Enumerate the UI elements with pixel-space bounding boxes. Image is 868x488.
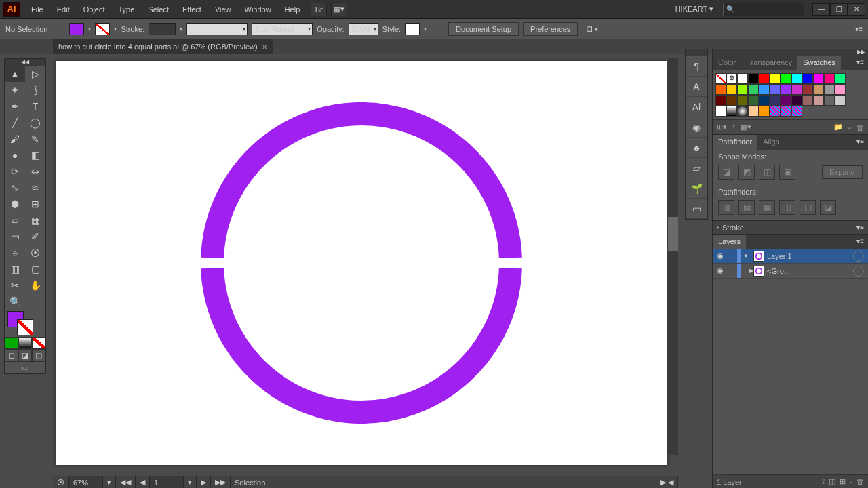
menu-select[interactable]: Select bbox=[141, 1, 176, 18]
zoom-tool-icon[interactable]: 🔍 bbox=[5, 293, 25, 310]
stroke-swatch[interactable] bbox=[95, 23, 110, 35]
swatch-cell[interactable] bbox=[759, 106, 770, 117]
intersect-icon[interactable]: ◫ bbox=[759, 165, 775, 180]
dock-brushes-icon[interactable]: ▭ bbox=[686, 199, 707, 219]
expand-button[interactable]: Expand bbox=[822, 165, 863, 179]
zoom-out-icon[interactable]: ⦿ bbox=[53, 476, 69, 488]
reflect-tool-icon[interactable]: ⇔ bbox=[25, 163, 45, 180]
swatch-cell[interactable] bbox=[824, 95, 835, 106]
layer-name[interactable]: Layer 1 bbox=[767, 252, 792, 260]
swatch-cell[interactable] bbox=[715, 106, 726, 117]
align-icon[interactable]: ⛋▾ bbox=[586, 24, 598, 34]
dock-appearance-icon[interactable]: ◉ bbox=[686, 117, 707, 138]
graphic-style-swatch[interactable] bbox=[405, 23, 420, 35]
bridge-icon[interactable]: Br bbox=[311, 3, 327, 16]
artboard-prev-icon[interactable]: ◀◀ bbox=[116, 476, 136, 488]
swatch-cell[interactable] bbox=[748, 106, 759, 117]
workspace-switcher[interactable]: HIKEART ▾ bbox=[670, 2, 719, 16]
draw-inside-icon[interactable]: ◫ bbox=[32, 349, 45, 361]
none-mode-icon[interactable] bbox=[32, 337, 45, 349]
new-sublayer-icon[interactable]: ⊞ bbox=[840, 477, 846, 486]
swatch-cell[interactable] bbox=[781, 84, 791, 95]
minus-back-icon[interactable]: ◪ bbox=[820, 200, 836, 215]
menu-object[interactable]: Object bbox=[77, 1, 112, 18]
minimize-button[interactable]: — bbox=[812, 3, 830, 16]
menu-file[interactable]: File bbox=[24, 1, 50, 18]
swatch-cell[interactable] bbox=[791, 73, 802, 84]
opacity-input[interactable]: 100% bbox=[349, 23, 378, 35]
document-setup-button[interactable]: Document Setup bbox=[448, 22, 519, 36]
draw-behind-icon[interactable]: ◪ bbox=[18, 349, 32, 361]
close-tab-icon[interactable]: ✕ bbox=[262, 43, 267, 51]
swatch-kind-icon[interactable]: ⟟ bbox=[732, 123, 735, 131]
swatch-cell[interactable] bbox=[737, 84, 748, 95]
gradient-tool-icon[interactable]: ▭ bbox=[5, 228, 25, 245]
swatches-menu-icon[interactable]: ▾≡ bbox=[852, 56, 868, 70]
dock-collapse[interactable] bbox=[686, 49, 707, 56]
width-tool-icon[interactable]: ≋ bbox=[25, 180, 45, 196]
swatch-cell[interactable] bbox=[748, 95, 759, 106]
eyedropper-tool-icon[interactable]: ✐ bbox=[25, 228, 45, 245]
menu-effect[interactable]: Effect bbox=[176, 1, 208, 18]
swatch-cell[interactable] bbox=[770, 95, 781, 106]
swatch-cell[interactable] bbox=[748, 73, 759, 84]
panels-collapse[interactable]: ▶▶ bbox=[713, 49, 868, 56]
swatch-cell[interactable] bbox=[781, 106, 791, 117]
artboard-next-icon[interactable]: ▶ bbox=[197, 476, 211, 488]
brush-definition[interactable]: 3 pt. Round bbox=[252, 23, 313, 35]
pen-tool-icon[interactable]: ✒ bbox=[5, 98, 25, 115]
swatch-cell[interactable] bbox=[759, 95, 770, 106]
selection-tool-icon[interactable]: ▲ bbox=[5, 66, 25, 82]
swatch-cell[interactable] bbox=[781, 95, 791, 106]
trim-icon[interactable]: ▤ bbox=[738, 200, 755, 215]
dock-transform-icon[interactable]: ▱ bbox=[686, 158, 707, 178]
exclude-icon[interactable]: ▣ bbox=[779, 165, 795, 180]
swatch-cell[interactable]: ⊕ bbox=[726, 73, 737, 84]
delete-layer-icon[interactable]: 🗑 bbox=[856, 477, 864, 486]
tab-transparency[interactable]: Transparency bbox=[741, 56, 797, 70]
hand-tool-icon[interactable]: ✋ bbox=[25, 277, 45, 293]
outline-icon[interactable]: ▢ bbox=[800, 200, 816, 215]
vertical-scrollbar[interactable] bbox=[668, 58, 678, 455]
swatch-cell[interactable] bbox=[791, 95, 802, 106]
new-group-icon[interactable]: 📁 bbox=[833, 123, 843, 131]
perspective-tool-icon[interactable]: ▱ bbox=[5, 212, 25, 228]
target-icon[interactable] bbox=[853, 266, 864, 277]
paintbrush-tool-icon[interactable]: 🖌 bbox=[5, 131, 25, 147]
swatch-cell[interactable] bbox=[726, 106, 737, 117]
dock-paragraph-icon[interactable]: Al bbox=[686, 97, 707, 117]
swatch-cell[interactable] bbox=[835, 73, 846, 84]
draw-normal-icon[interactable]: ◻ bbox=[5, 349, 18, 361]
layer-name[interactable]: <Gro... bbox=[767, 267, 790, 275]
swatch-cell[interactable] bbox=[835, 95, 846, 106]
artboard-tool-icon[interactable]: ▢ bbox=[25, 261, 45, 277]
ellipse-tool-icon[interactable]: ◯ bbox=[25, 115, 45, 131]
swatch-cell[interactable] bbox=[813, 73, 824, 84]
swatch-cell[interactable] bbox=[726, 84, 737, 95]
pencil-tool-icon[interactable]: ✎ bbox=[25, 131, 45, 147]
artboard-next2-icon[interactable]: ▶▶ bbox=[211, 476, 231, 488]
line-tool-icon[interactable]: ╱ bbox=[5, 115, 25, 131]
direct-selection-tool-icon[interactable]: ▷ bbox=[25, 66, 45, 82]
menu-edit[interactable]: Edit bbox=[50, 1, 77, 18]
control-menu-icon[interactable]: ▾≡ bbox=[855, 25, 863, 33]
arrange-docs-icon[interactable]: ▦▾ bbox=[331, 3, 347, 16]
visibility-toggle-icon[interactable]: ◉ bbox=[713, 266, 728, 275]
zoom-dropdown-icon[interactable]: ▾ bbox=[103, 476, 116, 488]
swatch-cell[interactable] bbox=[770, 84, 781, 95]
swatch-cell[interactable] bbox=[781, 73, 791, 84]
menu-type[interactable]: Type bbox=[112, 1, 142, 18]
swatch-cell[interactable] bbox=[748, 84, 759, 95]
scale-tool-icon[interactable]: ⤡ bbox=[5, 180, 25, 196]
zoom-level-input[interactable]: 67% bbox=[69, 476, 103, 488]
magic-wand-tool-icon[interactable]: ✦ bbox=[5, 82, 25, 98]
swatch-cell[interactable] bbox=[791, 106, 802, 117]
layers-menu-icon[interactable]: ▾≡ bbox=[852, 235, 868, 249]
swatch-cell[interactable] bbox=[802, 84, 813, 95]
disclosure-triangle-icon[interactable]: ▼ bbox=[741, 253, 751, 259]
swatch-cell[interactable] bbox=[715, 95, 726, 106]
target-icon[interactable] bbox=[853, 251, 864, 262]
fill-stroke-control[interactable] bbox=[5, 310, 45, 337]
column-graph-tool-icon[interactable]: ▥ bbox=[5, 261, 25, 277]
swatch-cell[interactable] bbox=[835, 84, 846, 95]
